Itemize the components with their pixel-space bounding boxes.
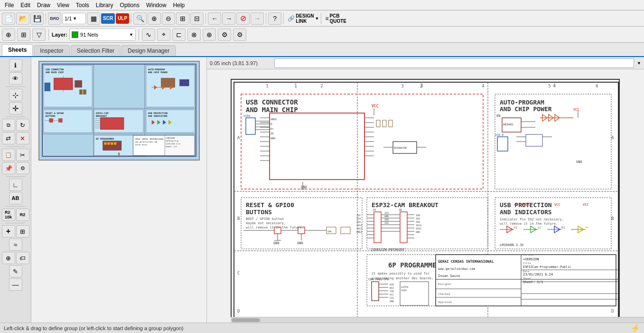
tab-selection-filter[interactable]: Selection Filter bbox=[71, 45, 121, 56]
svg-text:IO2: IO2 bbox=[416, 217, 420, 220]
svg-text:4: 4 bbox=[482, 84, 484, 88]
svg-text:IO0: IO0 bbox=[384, 218, 389, 221]
bus-tool-btn[interactable]: ⊏ bbox=[172, 29, 186, 41]
left-sidebar: ℹ 👁 ⊹ ✛ ⧉ ↻ ⇄ ✕ 📋 ✂ 📌 ⚙ ∟ AB R210k R2 bbox=[0, 57, 31, 323]
copy-rotate-pair: ⧉ ↻ bbox=[2, 119, 29, 131]
menu-file[interactable]: File bbox=[2, 1, 17, 10]
thumbnail-svg: USB CONNECTOR AND MAIN CHIP AUTO-PROGRAM… bbox=[39, 62, 199, 160]
pan-fwd-button[interactable]: → bbox=[222, 12, 235, 25]
net-class-tool[interactable]: ≈ bbox=[9, 238, 22, 251]
label-tool[interactable]: ⊕ bbox=[2, 252, 15, 264]
help-button[interactable]: ? bbox=[268, 12, 281, 25]
sep6 bbox=[321, 13, 321, 24]
new-button[interactable]: 📄 bbox=[2, 12, 15, 25]
menu-tools[interactable]: Tools bbox=[73, 1, 92, 10]
svg-text:6: 6 bbox=[596, 84, 598, 88]
svg-text:D+: D+ bbox=[271, 127, 274, 130]
menu-library[interactable]: Library bbox=[93, 1, 116, 10]
junction-tool-btn[interactable]: ⊗ bbox=[187, 29, 201, 41]
open-button[interactable]: 📂 bbox=[16, 12, 29, 25]
edit-tool[interactable]: ✎ bbox=[9, 265, 22, 277]
design-link-label[interactable]: DESIGNLINK bbox=[296, 13, 314, 24]
net-label-tool[interactable]: AB bbox=[9, 192, 22, 204]
settings-btn[interactable]: ⚙ bbox=[218, 29, 231, 41]
schematic-view[interactable]: 1 2 3 4 1 2 3 4 5 6 A B C D bbox=[231, 79, 620, 323]
menu-edit[interactable]: Edit bbox=[18, 1, 33, 10]
svg-text:VCC: VCC bbox=[554, 203, 560, 207]
save-button[interactable]: 💾 bbox=[30, 12, 44, 25]
svg-text:3V3: 3V3 bbox=[384, 211, 389, 214]
attr-tool[interactable]: ⚙ bbox=[16, 162, 29, 174]
tab-design-manager[interactable]: Design Manager bbox=[121, 45, 176, 56]
group-tool[interactable]: ⊞ bbox=[16, 225, 29, 238]
net-tool-btn[interactable]: ∿ bbox=[142, 29, 155, 41]
add-group-pair: + ⊞ bbox=[2, 225, 29, 238]
move-tool[interactable]: ✛ bbox=[9, 102, 22, 114]
menu-window[interactable]: Window bbox=[143, 1, 169, 10]
r2-10k-tool[interactable]: R210k bbox=[2, 209, 15, 221]
info-tool[interactable]: ℹ bbox=[9, 59, 22, 71]
wire-tool-btn[interactable]: ⌖ bbox=[157, 29, 170, 41]
svg-text:=VERSION: =VERSION bbox=[523, 257, 539, 261]
no-connect-btn[interactable]: ⊕ bbox=[203, 29, 216, 41]
sheet-thumbnail[interactable]: USB CONNECTOR AND MAIN CHIP AUTO-PROGRAM… bbox=[38, 61, 200, 161]
zoom-in-button[interactable]: 🔍 bbox=[133, 12, 147, 25]
paste-tool[interactable]: 📌 bbox=[2, 162, 15, 174]
select-tool[interactable]: ⊹ bbox=[9, 89, 22, 101]
mirror-tool[interactable]: ⇄ bbox=[2, 132, 15, 144]
svg-text:D: D bbox=[611, 309, 614, 314]
snap-button[interactable]: ⊕ bbox=[2, 29, 15, 41]
eye-tool[interactable]: 👁 bbox=[9, 72, 22, 85]
scr-badge[interactable]: SCR bbox=[101, 13, 115, 24]
zoom-in2-button[interactable]: ⊕ bbox=[148, 12, 161, 25]
copy-tool[interactable]: ⧉ bbox=[2, 119, 15, 131]
svg-text:Indicator Pin IO2 not necessar: Indicator Pin IO2 not necessary, bbox=[500, 218, 564, 221]
zoom-out-button[interactable]: ⊖ bbox=[162, 12, 175, 25]
settings2-btn[interactable]: ⚙ bbox=[233, 29, 246, 41]
scale-display[interactable]: 1/1 ▼ bbox=[62, 13, 86, 24]
svg-text:23/01/2021 6:24: 23/01/2021 6:24 bbox=[523, 273, 553, 276]
menu-help[interactable]: Help bbox=[170, 1, 188, 10]
tab-inspector[interactable]: Inspector bbox=[34, 45, 69, 56]
menu-view[interactable]: View bbox=[54, 1, 72, 10]
add-tool[interactable]: + bbox=[2, 225, 15, 238]
pcb-quote-group: ≡ PCBQUOTE bbox=[325, 13, 346, 24]
layer-select[interactable]: 91 Nets ▼ bbox=[69, 29, 136, 41]
h-scrollbar[interactable] bbox=[231, 317, 644, 323]
zoom-sel-button[interactable]: ⊟ bbox=[190, 12, 204, 25]
svg-text:D4: D4 bbox=[585, 226, 589, 229]
svg-text:IO12: IO12 bbox=[356, 224, 362, 227]
pan-back-button[interactable]: ← bbox=[208, 12, 221, 25]
tab-sheets[interactable]: Sheets bbox=[2, 44, 33, 56]
menu-draw[interactable]: Draw bbox=[34, 1, 53, 10]
svg-text:IO2: IO2 bbox=[384, 221, 389, 224]
schematic-container[interactable]: 1 2 3 4 1 2 3 4 5 6 A B C D bbox=[207, 69, 644, 323]
menu-options[interactable]: Options bbox=[117, 1, 142, 10]
svg-rect-54 bbox=[111, 143, 113, 145]
svg-text:GND: GND bbox=[576, 160, 582, 164]
ulp-badge[interactable]: ULP bbox=[116, 13, 129, 24]
prop-tool[interactable]: 📋 bbox=[2, 149, 15, 161]
line-tool[interactable]: — bbox=[9, 278, 22, 291]
h-scrollbar-thumb[interactable] bbox=[232, 318, 260, 322]
svg-text:AND MAIN CHIP: AND MAIN CHIP bbox=[46, 71, 64, 74]
brd-button[interactable]: BRD bbox=[48, 12, 61, 25]
fwd-button[interactable]: → bbox=[251, 12, 264, 25]
svg-text:5: 5 bbox=[548, 84, 551, 88]
rotate-tool[interactable]: ↻ bbox=[16, 119, 29, 131]
coord-input[interactable] bbox=[274, 58, 634, 68]
filter-button[interactable]: ▽ bbox=[32, 29, 46, 41]
grid-button[interactable]: ⊞ bbox=[17, 29, 30, 41]
svg-text:maybe not necessary,: maybe not necessary, bbox=[246, 221, 286, 225]
delete-tool[interactable]: ✕ bbox=[16, 132, 29, 144]
wire-tool[interactable]: ∟ bbox=[9, 179, 22, 191]
stop-button[interactable]: ⊘ bbox=[236, 12, 250, 25]
svg-rect-10 bbox=[75, 80, 82, 87]
layers-button[interactable]: ▦ bbox=[87, 12, 100, 25]
side-sep3 bbox=[6, 146, 25, 147]
r2-tool[interactable]: R2 bbox=[16, 209, 29, 221]
tag-tool[interactable]: 🏷 bbox=[16, 252, 29, 264]
pcb-quote-label[interactable]: PCBQUOTE bbox=[329, 13, 346, 24]
zoom-fit-button[interactable]: ⊞ bbox=[176, 12, 189, 25]
cut-tool[interactable]: ✂ bbox=[16, 149, 29, 161]
